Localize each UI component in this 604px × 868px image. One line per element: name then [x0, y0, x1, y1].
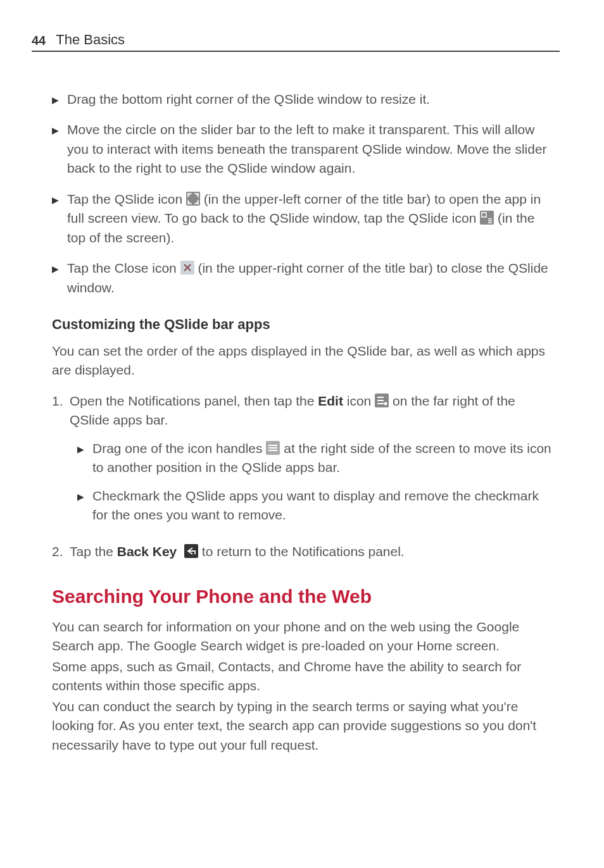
qslide-expand-icon: [186, 192, 200, 206]
svg-point-1: [384, 402, 387, 405]
bold-backkey: Back Key: [117, 544, 177, 559]
sub-bullet-segment: Drag one of the icon handles: [92, 441, 266, 456]
numbered-step: 1. Open the Notifications panel, then ta…: [52, 392, 553, 534]
subheading-customizing: Customizing the QSlide bar apps: [52, 316, 553, 333]
step-segment: Open the Notifications panel, then tap t…: [70, 394, 318, 408]
bullet-item: ▶ Drag the bottom right corner of the QS…: [52, 90, 553, 109]
step-segment: to return to the Notifications panel.: [202, 544, 405, 559]
bold-edit: Edit: [318, 394, 343, 408]
bullet-marker-icon: ▶: [52, 190, 67, 247]
svg-rect-0: [482, 213, 486, 217]
back-key-icon: [184, 544, 198, 558]
sub-bullet-text: Drag one of the icon handles at the righ…: [92, 439, 553, 478]
bullet-marker-icon: ▶: [52, 120, 67, 178]
bullet-item: ▶ Tap the Close icon (in the upper-right…: [52, 259, 553, 297]
page-content: ▶ Drag the bottom right corner of the QS…: [32, 90, 560, 755]
bullet-marker-icon: ▶: [77, 439, 92, 478]
bullet-text: Drag the bottom right corner of the QSli…: [67, 90, 553, 109]
page-header: 44 The Basics: [32, 32, 560, 52]
bullet-text: Tap the QSlide icon (in the upper-left c…: [67, 190, 553, 247]
step-segment: icon: [343, 394, 375, 408]
bullet-segment: Tap the Close icon: [67, 261, 180, 275]
drag-handle-icon: [266, 441, 280, 455]
sub-bullet-list: ▶ Drag one of the icon handles at the ri…: [70, 439, 553, 525]
sub-bullet-item: ▶ Drag one of the icon handles at the ri…: [77, 439, 553, 478]
bullet-text: Tap the Close icon (in the upper-right c…: [67, 259, 553, 297]
bullet-marker-icon: ▶: [52, 259, 67, 297]
sub-bullet-item: ▶ Checkmark the QSlide apps you want to …: [77, 487, 553, 525]
step-number: 2.: [52, 542, 70, 561]
page-number: 44: [32, 34, 46, 48]
close-icon: [180, 261, 194, 275]
bullet-segment: Tap the QSlide icon: [67, 192, 186, 206]
qslide-collapse-icon: [480, 211, 494, 225]
sub-bullet-text: Checkmark the QSlide apps you want to di…: [92, 487, 553, 525]
step-body: Tap the Back Key to return to the Notifi…: [70, 542, 553, 561]
paragraph: You can conduct the search by typing in …: [52, 697, 553, 755]
paragraph: You can search for information on your p…: [52, 617, 553, 656]
bullet-marker-icon: ▶: [52, 90, 67, 109]
bullet-item: ▶ Move the circle on the slider bar to t…: [52, 120, 553, 178]
bullet-item: ▶ Tap the QSlide icon (in the upper-left…: [52, 190, 553, 247]
step-number: 1.: [52, 392, 70, 534]
paragraph: You can set the order of the apps displa…: [52, 342, 553, 380]
paragraph: Some apps, such as Gmail, Contacts, and …: [52, 657, 553, 696]
numbered-step: 2. Tap the Back Key to return to the Not…: [52, 542, 553, 561]
bullet-text: Move the circle on the slider bar to the…: [67, 120, 553, 178]
bullet-marker-icon: ▶: [77, 487, 92, 525]
header-title: The Basics: [56, 32, 125, 48]
step-body: Open the Notifications panel, then tap t…: [70, 392, 553, 534]
section-heading-searching: Searching Your Phone and the Web: [52, 586, 553, 607]
step-segment: Tap the: [70, 544, 117, 559]
edit-icon: [375, 394, 389, 407]
